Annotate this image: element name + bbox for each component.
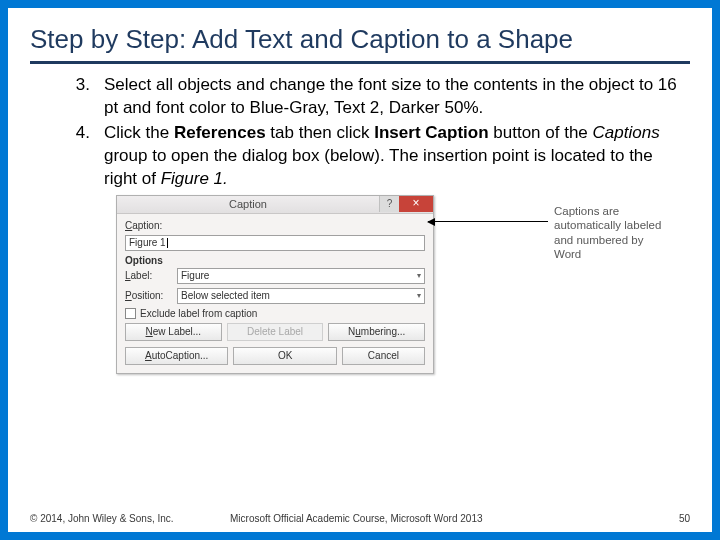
close-icon[interactable]: × bbox=[399, 196, 433, 212]
step-list: 3. Select all objects and change the fon… bbox=[30, 74, 690, 191]
step-text: Click the References tab then click Inse… bbox=[104, 122, 690, 191]
position-label: Position: bbox=[125, 290, 177, 301]
footer-page: 50 bbox=[679, 513, 690, 524]
label-select[interactable]: Figure ▾ bbox=[177, 268, 425, 284]
ok-button[interactable]: OK bbox=[233, 347, 336, 365]
caption-input[interactable]: Figure 1 bbox=[125, 235, 425, 251]
chevron-down-icon: ▾ bbox=[417, 289, 421, 303]
caption-label: Caption: bbox=[125, 220, 177, 231]
position-select[interactable]: Below selected item ▾ bbox=[177, 288, 425, 304]
caption-value: Figure 1 bbox=[129, 236, 166, 250]
figure-wrap: Caption ? × Caption: Figure 1 Options La… bbox=[116, 195, 690, 374]
checkbox-icon bbox=[125, 308, 136, 319]
footer-course: Microsoft Official Academic Course, Micr… bbox=[230, 513, 679, 524]
step-3: 3. Select all objects and change the fon… bbox=[74, 74, 690, 120]
autocaption-button[interactable]: AutoCaption... bbox=[125, 347, 228, 365]
caption-dialog: Caption ? × Caption: Figure 1 Options La… bbox=[116, 195, 434, 374]
chevron-down-icon: ▾ bbox=[417, 269, 421, 283]
dialog-title: Caption bbox=[117, 198, 379, 210]
step-number: 4. bbox=[74, 122, 104, 191]
footer: © 2014, John Wiley & Sons, Inc. Microsof… bbox=[30, 513, 690, 524]
label-value: Figure bbox=[181, 269, 209, 283]
label-label: Label: bbox=[125, 270, 177, 281]
cancel-button[interactable]: Cancel bbox=[342, 347, 425, 365]
delete-label-button: Delete Label bbox=[227, 323, 324, 341]
dialog-titlebar: Caption ? × bbox=[117, 196, 433, 214]
exclude-label: Exclude label from caption bbox=[140, 308, 257, 319]
step-number: 3. bbox=[74, 74, 104, 120]
annotation-arrow bbox=[428, 221, 548, 222]
annotation-text: Captions are automatically labeled and n… bbox=[554, 204, 672, 262]
dialog-body: Caption: Figure 1 Options Label: Figure … bbox=[117, 214, 433, 373]
slide-title: Step by Step: Add Text and Caption to a … bbox=[30, 24, 690, 64]
exclude-checkbox[interactable]: Exclude label from caption bbox=[125, 308, 425, 319]
numbering-button[interactable]: Numbering... bbox=[328, 323, 425, 341]
step-4: 4. Click the References tab then click I… bbox=[74, 122, 690, 191]
position-value: Below selected item bbox=[181, 289, 270, 303]
step-text: Select all objects and change the font s… bbox=[104, 74, 690, 120]
options-label: Options bbox=[125, 255, 425, 266]
footer-copyright: © 2014, John Wiley & Sons, Inc. bbox=[30, 513, 230, 524]
slide: Step by Step: Add Text and Caption to a … bbox=[0, 0, 720, 540]
help-icon[interactable]: ? bbox=[379, 196, 399, 212]
new-label-button[interactable]: New Label... bbox=[125, 323, 222, 341]
